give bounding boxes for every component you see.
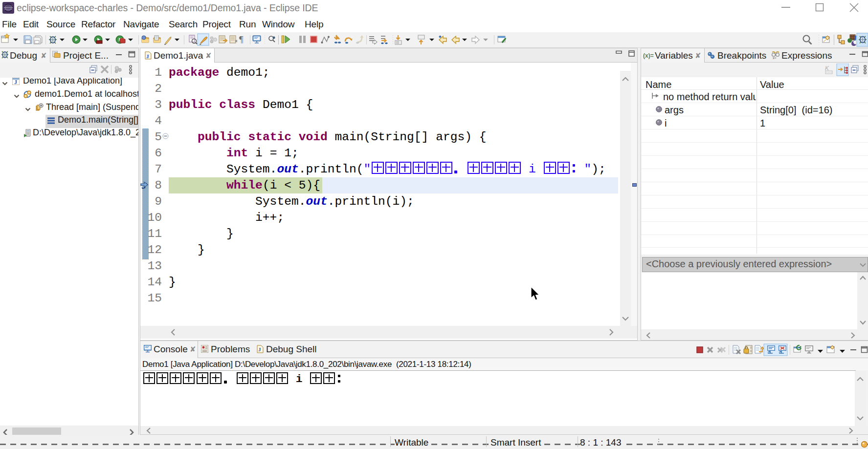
svg-text:¶: ¶	[239, 34, 244, 44]
svg-text:J: J	[146, 53, 149, 59]
svg-text:J: J	[258, 346, 261, 352]
svg-text:x=: x=	[773, 56, 777, 60]
svg-text:J: J	[853, 35, 857, 42]
svg-text:J: J	[14, 79, 17, 85]
